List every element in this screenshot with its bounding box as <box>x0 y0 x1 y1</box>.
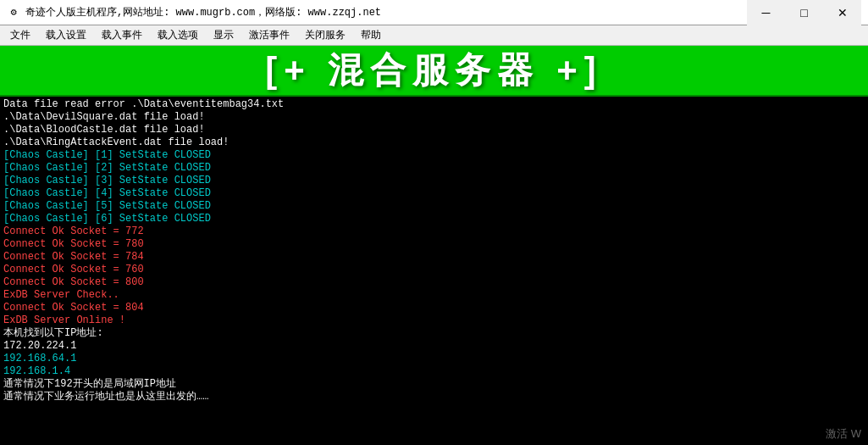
log-line: [Chaos Castle] [2] SetState CLOSED <box>3 162 865 175</box>
title-bar-left: ⚙ 奇迹个人版主机程序,网站地址: www.mugrb.com，网络版: www… <box>7 5 381 19</box>
log-line: 172.20.224.1 <box>3 340 865 353</box>
title-bar: ⚙ 奇迹个人版主机程序,网站地址: www.mugrb.com，网络版: www… <box>0 0 868 25</box>
log-line: .\Data\RingAttackEvent.dat file load! <box>3 136 865 149</box>
menu-item-文件[interactable]: 文件 <box>3 26 37 45</box>
app-icon: ⚙ <box>7 6 20 19</box>
log-line: 通常情况下192开头的是局域网IP地址 <box>3 378 865 391</box>
menu-item-载入选项[interactable]: 载入选项 <box>151 26 205 45</box>
menu-item-载入设置[interactable]: 载入设置 <box>39 26 93 45</box>
minimize-button[interactable]: ─ <box>747 0 785 25</box>
log-line: Connect Ok Socket = 784 <box>3 251 865 264</box>
log-line: [Chaos Castle] [6] SetState CLOSED <box>3 213 865 225</box>
log-line: ExDB Server Online ! <box>3 314 865 327</box>
log-line: .\Data\DevilSquare.dat file load! <box>3 111 865 124</box>
log-line: [Chaos Castle] [3] SetState CLOSED <box>3 175 865 187</box>
log-line: 通常情况下业务运行地址也是从这里出发的…… <box>3 391 865 403</box>
maximize-button[interactable]: □ <box>785 0 823 25</box>
log-line: [Chaos Castle] [4] SetState CLOSED <box>3 187 865 200</box>
log-line: ExDB Server Check.. <box>3 289 865 302</box>
log-line: [Chaos Castle] [1] SetState CLOSED <box>3 149 865 162</box>
log-line: Data file read error .\Data\eventitembag… <box>3 98 865 111</box>
title-bar-controls: ─ □ ✕ <box>747 0 861 25</box>
banner-text: [+ 混合服务器 +] <box>265 47 602 94</box>
log-line: .\Data\BloodCastle.dat file load! <box>3 124 865 136</box>
log-line: Connect Ok Socket = 780 <box>3 238 865 251</box>
menu-item-载入事件[interactable]: 载入事件 <box>95 26 149 45</box>
window-title: 奇迹个人版主机程序,网站地址: www.mugrb.com，网络版: www.z… <box>25 5 381 19</box>
log-line: [Chaos Castle] [5] SetState CLOSED <box>3 200 865 213</box>
banner: [+ 混合服务器 +] <box>0 46 868 97</box>
menu-item-显示[interactable]: 显示 <box>207 26 240 45</box>
log-line: Connect Ok Socket = 760 <box>3 264 865 276</box>
log-line: Connect Ok Socket = 804 <box>3 302 865 314</box>
menu-item-激活事件[interactable]: 激活事件 <box>242 26 296 45</box>
log-line: Connect Ok Socket = 800 <box>3 276 865 289</box>
log-line: 本机找到以下IP地址: <box>3 327 865 340</box>
menu-item-关闭服务[interactable]: 关闭服务 <box>298 26 352 45</box>
menu-item-帮助[interactable]: 帮助 <box>354 26 388 45</box>
close-button[interactable]: ✕ <box>823 0 861 25</box>
menu-bar: 文件载入设置载入事件载入选项显示激活事件关闭服务帮助 <box>0 25 868 46</box>
log-area: Data file read error .\Data\eventitembag… <box>0 97 868 445</box>
log-line: 192.168.64.1 <box>3 353 865 365</box>
log-line: Connect Ok Socket = 772 <box>3 225 865 238</box>
log-line: 192.168.1.4 <box>3 365 865 378</box>
